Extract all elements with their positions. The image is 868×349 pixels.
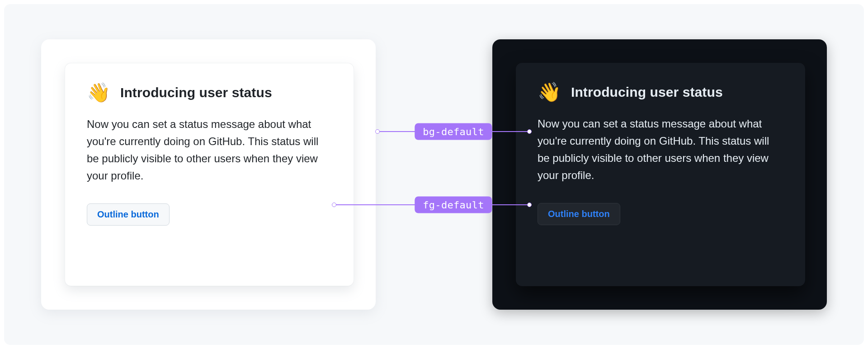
light-theme-panel: 👋 Introducing user status Now you can se… <box>41 39 376 310</box>
wave-icon: 👋 <box>87 83 110 102</box>
token-pill-bg-default: bg-default <box>415 123 492 140</box>
card-title: Introducing user status <box>571 85 723 100</box>
dark-card: 👋 Introducing user status Now you can se… <box>516 63 805 286</box>
token-pill-fg-default: fg-default <box>415 197 492 213</box>
outline-button[interactable]: Outline button <box>87 203 170 226</box>
card-header: 👋 Introducing user status <box>538 83 783 102</box>
card-body-text: Now you can set a status message about w… <box>87 116 332 184</box>
outline-button[interactable]: Outline button <box>538 203 620 225</box>
card-header: 👋 Introducing user status <box>87 83 332 102</box>
light-card: 👋 Introducing user status Now you can se… <box>65 63 354 286</box>
wave-icon: 👋 <box>538 83 561 102</box>
card-title: Introducing user status <box>120 85 272 100</box>
card-body-text: Now you can set a status message about w… <box>538 115 783 184</box>
dark-theme-panel: 👋 Introducing user status Now you can se… <box>492 39 827 310</box>
example-canvas: 👋 Introducing user status Now you can se… <box>4 4 864 345</box>
